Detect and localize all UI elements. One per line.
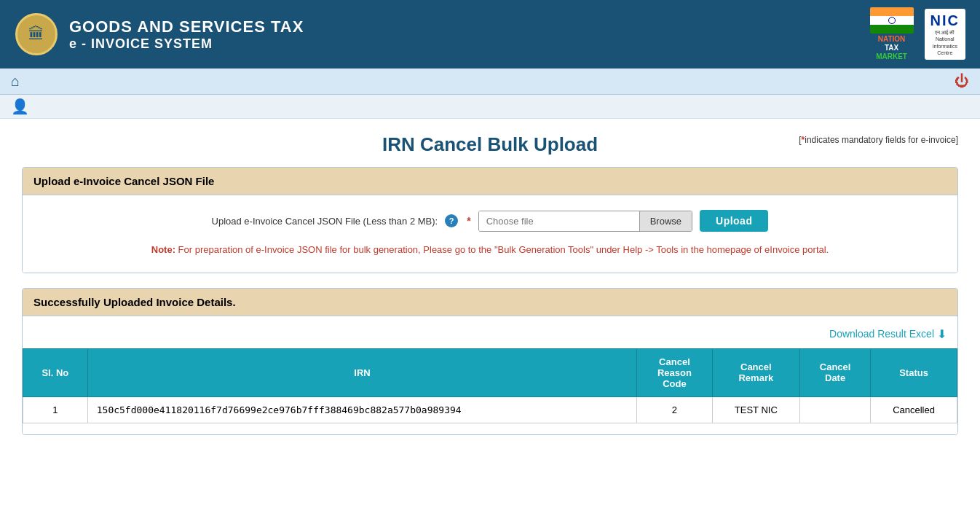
col-cancel-reason-code: CancelReasonCode (637, 348, 712, 396)
upload-button[interactable]: Upload (700, 210, 768, 232)
main-content: IRN Cancel Bulk Upload [*indicates manda… (0, 119, 980, 464)
col-cancel-date: CancelDate (800, 348, 871, 396)
col-cancel-remark: CancelRemark (712, 348, 800, 396)
file-input-container: Browse (478, 211, 692, 232)
browse-button[interactable]: Browse (639, 211, 692, 231)
upload-section-header: Upload e-Invoice Cancel JSON File (23, 168, 957, 195)
cell-cancel-remark: TEST NIC (712, 396, 800, 423)
col-sl-no: Sl. No (23, 348, 88, 396)
note-label: Note: (151, 244, 175, 255)
ntm-logo: NATION TAX MARKET (870, 7, 914, 61)
upload-row: Upload e-Invoice Cancel JSON File (Less … (33, 210, 947, 232)
mandatory-note: [*indicates mandatory fields for e-invoi… (799, 135, 958, 145)
header-left: 🏛 GOODS AND SERVICES TAX e - INVOICE SYS… (15, 11, 304, 58)
table-head: Sl. No IRN CancelReasonCode CancelRemark… (23, 348, 957, 396)
cell-cancel-date (800, 396, 871, 423)
government-emblem: 🏛 (15, 11, 58, 58)
note-text: Note: For preparation of e-Invoice JSON … (33, 243, 947, 258)
header-title: GOODS AND SERVICES TAX e - INVOICE SYSTE… (69, 17, 304, 52)
upload-section: Upload e-Invoice Cancel JSON File Upload… (22, 167, 958, 273)
download-icon: ⬇ (937, 327, 947, 341)
file-name-display[interactable] (479, 211, 639, 231)
header-right: NATION TAX MARKET NIC एन.आई.सी National … (870, 7, 965, 61)
result-section-header: Successfully Uploaded Invoice Details. (23, 289, 957, 316)
col-irn: IRN (87, 348, 637, 396)
result-table: Sl. No IRN CancelReasonCode CancelRemark… (23, 348, 957, 423)
user-icon[interactable]: 👤 (11, 98, 29, 115)
download-label: Download Result Excel (829, 328, 934, 340)
cell-cancel-reason-code: 2 (637, 396, 712, 423)
note-content: For preparation of e-Invoice JSON file f… (178, 244, 829, 255)
india-flag (870, 7, 914, 34)
page-title: IRN Cancel Bulk Upload (334, 133, 647, 156)
table-body: 1 150c5fd000e411820116f7d76699e2ce976b7f… (23, 396, 957, 423)
header-title-line1: GOODS AND SERVICES TAX (69, 17, 304, 36)
navbar: ⌂ ⏻ (0, 69, 980, 95)
nav-left: ⌂ (11, 73, 20, 90)
power-icon[interactable]: ⏻ (955, 73, 969, 90)
header-title-line2: e - INVOICE SYSTEM (69, 36, 304, 52)
home-icon[interactable]: ⌂ (11, 73, 20, 90)
col-status: Status (871, 348, 957, 396)
ntm-text: NATION TAX MARKET (876, 35, 907, 61)
page-header: 🏛 GOODS AND SERVICES TAX e - INVOICE SYS… (0, 0, 980, 69)
result-section-body: Download Result Excel ⬇ Sl. No IRN Cance… (23, 316, 957, 434)
emblem-icon: 🏛 (15, 13, 58, 55)
table-header-row: Sl. No IRN CancelReasonCode CancelRemark… (23, 348, 957, 396)
nic-logo: NIC एन.आई.सी National Informatics Centre (925, 9, 965, 59)
download-link-container: Download Result Excel ⬇ (23, 320, 957, 345)
upload-label: Upload e-Invoice Cancel JSON File (Less … (212, 216, 438, 227)
cell-status: Cancelled (871, 396, 957, 423)
help-icon[interactable]: ? (445, 214, 458, 227)
result-section: Successfully Uploaded Invoice Details. D… (22, 288, 958, 435)
nic-subtitle: एन.आई.सी National Informatics Centre (933, 29, 957, 55)
upload-section-body: Upload e-Invoice Cancel JSON File (Less … (23, 195, 957, 273)
table-row: 1 150c5fd000e411820116f7d76699e2ce976b7f… (23, 396, 957, 423)
secondary-nav: 👤 (0, 95, 980, 119)
page-title-row: IRN Cancel Bulk Upload [*indicates manda… (22, 133, 958, 156)
download-result-link[interactable]: Download Result Excel ⬇ (829, 327, 947, 341)
cell-sl-no: 1 (23, 396, 88, 423)
cell-irn: 150c5fd000e411820116f7d76699e2ce976b7fff… (87, 396, 637, 423)
required-star: * (467, 215, 470, 227)
